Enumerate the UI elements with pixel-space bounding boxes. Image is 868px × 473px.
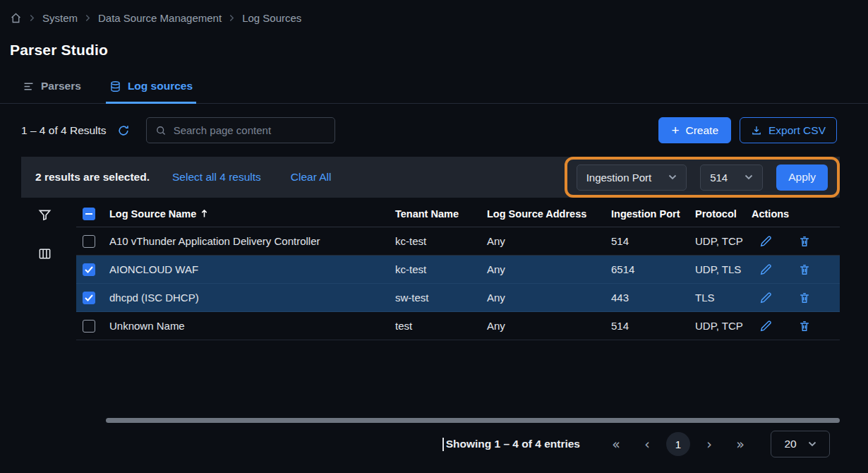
footer: Showing 1 – 4 of 4 entries « ‹ 1 › » 20 bbox=[0, 431, 868, 457]
column-header-port[interactable]: Ingestion Port bbox=[611, 208, 695, 220]
export-csv-button[interactable]: Export CSV bbox=[740, 117, 837, 143]
select-all-link[interactable]: Select all 4 results bbox=[172, 171, 261, 184]
log-source-name: dhcpd (ISC DHCP) bbox=[109, 292, 395, 304]
chevron-right-icon bbox=[85, 14, 90, 22]
log-source-name: A10 vThunder Application Delivery Contro… bbox=[109, 235, 395, 247]
log-source-address: Any bbox=[487, 235, 611, 247]
table-row[interactable]: AIONCLOUD WAF kc-test Any 6514 UDP, TLS bbox=[76, 256, 840, 284]
apply-button[interactable]: Apply bbox=[776, 164, 828, 191]
table-header-row: Log Source Name Tenant Name Log Source A… bbox=[76, 200, 840, 227]
search-input[interactable] bbox=[174, 124, 326, 136]
text-caret bbox=[442, 438, 444, 451]
table-row[interactable]: A10 vThunder Application Delivery Contro… bbox=[76, 227, 840, 256]
log-sources-table: Log Source Name Tenant Name Log Source A… bbox=[76, 200, 840, 340]
table-area: Log Source Name Tenant Name Log Source A… bbox=[21, 200, 840, 340]
last-page-icon[interactable]: » bbox=[728, 432, 752, 456]
log-source-address: Any bbox=[487, 320, 611, 332]
table-body: A10 vThunder Application Delivery Contro… bbox=[76, 227, 840, 340]
chevron-down-icon bbox=[668, 174, 677, 180]
prev-page-icon[interactable]: ‹ bbox=[635, 432, 659, 456]
search-box bbox=[146, 117, 335, 143]
delete-icon[interactable] bbox=[798, 235, 811, 248]
filter-field-select[interactable]: Ingestion Port bbox=[577, 164, 687, 191]
ingestion-port: 6514 bbox=[611, 263, 695, 275]
column-header-name[interactable]: Log Source Name bbox=[109, 208, 395, 220]
database-icon bbox=[109, 80, 121, 92]
parsers-icon bbox=[23, 80, 35, 92]
next-page-icon[interactable]: › bbox=[697, 432, 721, 456]
breadcrumb-item-data-source-management[interactable]: Data Source Management bbox=[98, 12, 222, 24]
row-checkbox[interactable] bbox=[83, 235, 95, 248]
home-icon[interactable] bbox=[10, 12, 22, 24]
delete-icon[interactable] bbox=[798, 320, 811, 333]
protocol: UDP, TLS bbox=[695, 263, 752, 275]
table-row[interactable]: dhcpd (ISC DHCP) sw-test Any 443 TLS bbox=[76, 284, 840, 312]
selected-count-text: 2 results are selected. bbox=[35, 171, 150, 184]
filter-value: 514 bbox=[710, 172, 728, 184]
tenant-name: sw-test bbox=[395, 292, 487, 304]
horizontal-scrollbar[interactable] bbox=[106, 418, 840, 423]
delete-icon[interactable] bbox=[798, 292, 811, 304]
selection-bar: 2 results are selected. Select all 4 res… bbox=[21, 157, 840, 198]
row-checkbox[interactable] bbox=[83, 263, 95, 276]
protocol: UDP, TCP bbox=[695, 235, 752, 247]
select-all-checkbox[interactable] bbox=[83, 208, 95, 220]
protocol: TLS bbox=[695, 292, 752, 304]
refresh-button[interactable] bbox=[117, 124, 130, 137]
log-source-name: Unknown Name bbox=[109, 320, 395, 332]
clear-all-link[interactable]: Clear All bbox=[291, 171, 332, 184]
table-row[interactable]: Unknown Name test Any 514 UDP, TCP bbox=[76, 312, 840, 340]
breadcrumb-item-log-sources[interactable]: Log Sources bbox=[242, 12, 301, 24]
page-size-value: 20 bbox=[784, 438, 796, 450]
tenant-name: test bbox=[395, 320, 487, 332]
table-gutter bbox=[21, 200, 76, 340]
annotation-highlight: Ingestion Port 514 Apply bbox=[565, 157, 840, 198]
log-source-name: AIONCLOUD WAF bbox=[109, 263, 395, 275]
tab-parsers[interactable]: Parsers bbox=[21, 77, 83, 103]
log-source-address: Any bbox=[487, 263, 611, 275]
column-header-actions: Actions bbox=[752, 208, 840, 220]
tab-log-sources-label: Log sources bbox=[128, 80, 193, 92]
breadcrumb: System Data Source Management Log Source… bbox=[0, 0, 868, 24]
columns-icon[interactable] bbox=[38, 247, 52, 261]
ingestion-port: 443 bbox=[611, 292, 695, 304]
breadcrumb-item-system[interactable]: System bbox=[42, 12, 78, 24]
page-title: Parser Studio bbox=[10, 42, 868, 59]
row-checkbox[interactable] bbox=[83, 320, 95, 333]
delete-icon[interactable] bbox=[798, 263, 811, 276]
page-size-select[interactable]: 20 bbox=[771, 431, 830, 457]
pagination: « ‹ 1 › » bbox=[604, 432, 752, 456]
filter-icon[interactable] bbox=[38, 208, 52, 222]
edit-icon[interactable] bbox=[759, 263, 772, 276]
first-page-icon[interactable]: « bbox=[604, 432, 628, 456]
filter-value-select[interactable]: 514 bbox=[700, 164, 763, 191]
edit-icon[interactable] bbox=[759, 235, 772, 248]
search-icon bbox=[155, 125, 167, 136]
tab-log-sources[interactable]: Log sources bbox=[108, 77, 194, 103]
ingestion-port: 514 bbox=[611, 235, 695, 247]
chevron-down-icon bbox=[745, 174, 753, 180]
current-page-button[interactable]: 1 bbox=[666, 432, 690, 456]
column-header-address[interactable]: Log Source Address bbox=[487, 208, 611, 220]
row-checkbox[interactable] bbox=[83, 292, 95, 304]
protocol: UDP, TCP bbox=[695, 320, 752, 332]
create-button[interactable]: + Create bbox=[658, 117, 731, 143]
showing-entries-text: Showing 1 – 4 of 4 entries bbox=[446, 438, 580, 450]
log-source-address: Any bbox=[487, 292, 611, 304]
results-summary: 1 – 4 of 4 Results bbox=[21, 124, 107, 137]
chevron-down-icon bbox=[808, 441, 816, 447]
toolbar: 1 – 4 of 4 Results + Create Export CSV bbox=[21, 117, 837, 143]
filter-field-value: Ingestion Port bbox=[586, 172, 652, 184]
edit-icon[interactable] bbox=[759, 320, 772, 333]
column-header-tenant[interactable]: Tenant Name bbox=[395, 208, 487, 220]
tenant-name: kc-test bbox=[395, 263, 487, 275]
tab-parsers-label: Parsers bbox=[41, 80, 81, 92]
create-button-label: Create bbox=[685, 124, 718, 137]
plus-icon: + bbox=[671, 124, 679, 137]
tab-bar: Parsers Log sources bbox=[0, 77, 868, 104]
column-header-protocol[interactable]: Protocol bbox=[695, 208, 752, 220]
tenant-name: kc-test bbox=[395, 235, 487, 247]
edit-icon[interactable] bbox=[759, 292, 772, 304]
chevron-right-icon bbox=[30, 14, 35, 22]
ingestion-port: 514 bbox=[611, 320, 695, 332]
